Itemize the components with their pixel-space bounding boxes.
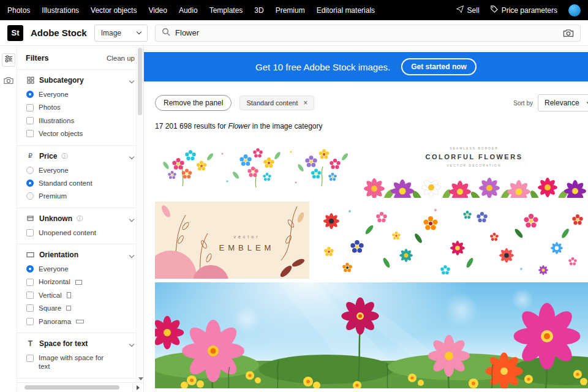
radio-icon[interactable] bbox=[26, 265, 34, 273]
filter-section-orientation: Orientation Everyone Horizontal Vertical bbox=[17, 244, 143, 333]
filter-option-illustrations[interactable]: Illustrations bbox=[26, 116, 136, 125]
nav-3d[interactable]: 3D bbox=[254, 6, 263, 15]
nav-video[interactable]: Video bbox=[148, 6, 167, 15]
nav-audio[interactable]: Audio bbox=[179, 6, 198, 15]
get-started-button[interactable]: Get started now bbox=[401, 58, 477, 75]
top-navigation: Photos Illustrations Vector objects Vide… bbox=[0, 0, 588, 20]
chevron-down-icon[interactable] bbox=[129, 253, 134, 258]
chevron-down-icon[interactable] bbox=[129, 78, 134, 83]
paper-plane-icon bbox=[456, 6, 464, 15]
result-image-flower-pattern[interactable] bbox=[313, 202, 588, 279]
radio-icon[interactable] bbox=[26, 192, 34, 200]
top-nav-links: Photos Illustrations Vector objects Vide… bbox=[7, 6, 375, 15]
vector-text: vector bbox=[233, 235, 260, 239]
filter-section-price: ₽ Price ⓘ Everyone Standard content Prem… bbox=[17, 145, 143, 208]
filter-option-photos[interactable]: Photos bbox=[26, 103, 136, 111]
search-input[interactable]: Flower bbox=[155, 24, 581, 42]
search-term: Flower bbox=[228, 122, 250, 130]
filter-option-vertical[interactable]: Vertical bbox=[26, 291, 136, 300]
result-image-vector-emblem[interactable]: vector EMBLEM bbox=[155, 202, 309, 279]
box-icon bbox=[26, 215, 35, 222]
chevron-down-icon[interactable] bbox=[129, 216, 134, 221]
clear-filters-button[interactable]: Clean up bbox=[107, 55, 135, 62]
orientation-section-header[interactable]: Orientation bbox=[26, 251, 136, 259]
checkbox-icon[interactable] bbox=[26, 104, 34, 111]
filter-option-vector-objects[interactable]: Vector objects bbox=[26, 129, 136, 138]
option-label: Vertical bbox=[39, 291, 62, 300]
nav-vector-objects[interactable]: Vector objects bbox=[91, 6, 137, 15]
sort-dropdown[interactable]: Relevance bbox=[538, 94, 588, 111]
filters-toggle-button[interactable] bbox=[2, 53, 15, 67]
checkbox-icon[interactable] bbox=[26, 304, 34, 312]
nav-illustrations[interactable]: Illustrations bbox=[42, 6, 79, 15]
result-image-colorful-flowers-border[interactable]: SEAMLESS BORDER COLORFUL FLOWERS VECTOR … bbox=[361, 138, 588, 198]
nav-editorial-materials[interactable]: Editorial materials bbox=[317, 6, 375, 15]
subcategory-section-header[interactable]: Subcategory bbox=[26, 76, 136, 85]
option-label: Everyone bbox=[39, 90, 136, 99]
filter-option-horizontal[interactable]: Horizontal bbox=[26, 277, 136, 286]
colorful-flowers-text: COLORFUL FLOWERS bbox=[426, 153, 523, 160]
filter-option-panorama[interactable]: Panorama bbox=[26, 317, 136, 326]
result-image-flower-doodles[interactable] bbox=[155, 138, 357, 198]
close-icon[interactable]: × bbox=[303, 99, 307, 107]
scroll-right-button[interactable] bbox=[132, 383, 143, 392]
filter-option-everyone[interactable]: Everyone bbox=[26, 166, 136, 175]
price-section-header[interactable]: ₽ Price ⓘ bbox=[26, 152, 136, 160]
result-image-flower-field-photo[interactable] bbox=[155, 282, 588, 388]
category-dropdown[interactable]: Image bbox=[94, 24, 148, 42]
price-parameters-label: Price parameters bbox=[502, 6, 557, 15]
filters-title: Filters bbox=[26, 54, 49, 62]
checkbox-icon[interactable] bbox=[26, 318, 34, 325]
horizontal-scrollbar-thumb[interactable] bbox=[24, 385, 119, 390]
sell-link[interactable]: Sell bbox=[456, 6, 480, 15]
filter-option-image-with-space-for-text[interactable]: Image with space for text bbox=[26, 353, 136, 371]
standard-content-filter-chip[interactable]: Standard content × bbox=[239, 96, 314, 110]
chevron-down-icon[interactable] bbox=[129, 154, 134, 159]
results-category-text: in the image category bbox=[252, 122, 323, 130]
unknown-section-header[interactable]: Unknown ⓘ bbox=[26, 214, 136, 223]
checkbox-icon[interactable] bbox=[26, 292, 34, 299]
nav-photos[interactable]: Photos bbox=[7, 6, 30, 15]
filter-option-everyone[interactable]: Everyone bbox=[26, 90, 136, 99]
sidebar-vertical-scrollbar[interactable] bbox=[136, 46, 143, 382]
seamless-border-text: SEAMLESS BORDER bbox=[450, 146, 499, 150]
sidebar-horizontal-scrollbar[interactable] bbox=[17, 382, 143, 392]
promo-banner-text: Get 10 free Adobe Stock images. bbox=[255, 62, 390, 72]
sort-dropdown-value: Relevance bbox=[545, 99, 579, 107]
scroll-down-arrow-icon[interactable] bbox=[138, 377, 143, 380]
price-parameters-link[interactable]: Price parameters bbox=[491, 6, 557, 15]
filter-option-standard-content[interactable]: Standard content bbox=[26, 179, 136, 187]
visual-search-camera-icon[interactable] bbox=[4, 77, 13, 85]
option-label: Horizontal bbox=[39, 277, 70, 286]
filter-option-unopened-content[interactable]: Unopened content bbox=[26, 228, 136, 237]
space-for-text-section-header[interactable]: T Space for text bbox=[26, 339, 136, 348]
checkbox-icon[interactable] bbox=[26, 279, 34, 286]
search-by-image-camera-icon[interactable] bbox=[563, 29, 574, 37]
nav-templates[interactable]: Templates bbox=[209, 6, 243, 15]
remove-panel-button[interactable]: Remove the panel bbox=[155, 95, 232, 111]
checkbox-icon[interactable] bbox=[26, 130, 34, 137]
search-query-text: Flower bbox=[175, 28, 199, 37]
vertical-scrollbar-thumb[interactable] bbox=[138, 48, 142, 115]
square-shape-icon bbox=[66, 306, 71, 311]
checkbox-icon[interactable] bbox=[26, 117, 34, 124]
checkbox-icon[interactable] bbox=[26, 229, 34, 236]
option-label: Standard content bbox=[39, 179, 136, 187]
user-avatar[interactable] bbox=[568, 4, 581, 17]
adobe-stock-logo[interactable]: St bbox=[7, 25, 23, 41]
radio-icon[interactable] bbox=[26, 91, 34, 98]
filter-option-premium[interactable]: Premium bbox=[26, 192, 136, 200]
chevron-down-icon[interactable] bbox=[129, 342, 134, 347]
nav-premium[interactable]: Premium bbox=[276, 6, 305, 15]
filter-option-square[interactable]: Square bbox=[26, 304, 136, 312]
portrait-shape-icon bbox=[67, 292, 71, 298]
filter-option-everyone[interactable]: Everyone bbox=[26, 265, 136, 273]
radio-icon[interactable] bbox=[26, 179, 34, 187]
radio-icon[interactable] bbox=[26, 167, 34, 174]
left-icon-strip bbox=[0, 46, 17, 392]
search-results-grid: SEAMLESS BORDER COLORFUL FLOWERS VECTOR … bbox=[144, 138, 588, 388]
chip-label: Standard content bbox=[246, 99, 298, 107]
checkbox-icon[interactable] bbox=[26, 355, 34, 362]
filter-section-subcategory: Subcategory Everyone Photos Illustration… bbox=[17, 69, 143, 145]
filter-section-unknown: Unknown ⓘ Unopened content bbox=[17, 208, 143, 244]
